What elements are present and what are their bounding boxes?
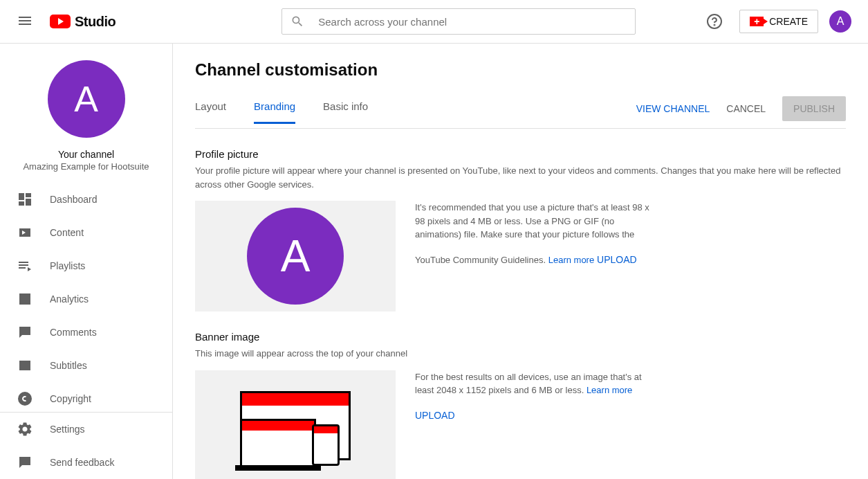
laptop-icon (240, 419, 316, 467)
nav-label: Settings (50, 424, 85, 435)
sidebar-item-comments[interactable]: Comments (0, 316, 172, 349)
upload-banner-button[interactable]: UPLOAD (415, 410, 455, 421)
header-actions: CREATE A (701, 8, 851, 35)
profile-picture-section: Profile picture Your profile picture wil… (195, 148, 846, 311)
channel-avatar[interactable]: A (48, 60, 125, 138)
profile-preview-box: A (195, 201, 396, 311)
comments-icon (17, 324, 33, 341)
phone-icon (312, 424, 340, 466)
dashboard-icon (17, 191, 33, 208)
sidebar-item-subtitles[interactable]: Subtitles (0, 349, 172, 382)
gear-icon (17, 421, 33, 437)
section-desc: Your profile picture will appear where y… (195, 164, 846, 191)
nav-label: Playlists (50, 260, 85, 271)
search-container (281, 8, 636, 35)
publish-button[interactable]: PUBLISH (782, 96, 846, 121)
banner-preview-box (195, 370, 396, 480)
section-title: Profile picture (195, 148, 846, 160)
youtube-icon (50, 15, 71, 28)
create-button[interactable]: CREATE (739, 10, 818, 33)
analytics-icon (17, 291, 33, 307)
search-input[interactable] (318, 16, 627, 28)
feedback-icon (17, 454, 33, 471)
profile-preview-row: A It's recommended that you use a pictur… (195, 201, 846, 311)
nav-label: Subtitles (50, 360, 87, 371)
nav-scroll: Dashboard Content Playlists Analytics Co… (0, 183, 172, 412)
page-actions: VIEW CHANNEL CANCEL PUBLISH (636, 96, 846, 128)
help-icon (706, 13, 723, 30)
banner-info: For the best results on all devices, use… (415, 370, 650, 421)
section-title: Banner image (195, 331, 846, 343)
banner-preview-row: For the best results on all devices, use… (195, 370, 846, 480)
search-box[interactable] (281, 8, 636, 35)
copyright-icon (17, 390, 33, 407)
banner-image-section: Banner image This image will appear acro… (195, 331, 846, 479)
learn-more-link[interactable]: Learn more (587, 385, 632, 395)
page-title: Channel customisation (195, 60, 846, 80)
channel-name: Amazing Example for Hootsuite (11, 161, 161, 172)
tab-branding[interactable]: Branding (254, 100, 295, 124)
profile-preview-avatar: A (247, 208, 344, 305)
playlists-icon (17, 257, 33, 274)
channel-section: A Your channel Amazing Example for Hoots… (0, 44, 172, 183)
banner-devices-illustration (240, 391, 351, 460)
view-channel-link[interactable]: VIEW CHANNEL (636, 103, 710, 114)
nav-label: Dashboard (50, 194, 98, 205)
sidebar-item-settings[interactable]: Settings (0, 413, 172, 446)
channel-label: Your channel (11, 149, 161, 160)
logo-text: Studio (75, 14, 116, 30)
main-layout: A Your channel Amazing Example for Hoots… (0, 44, 868, 479)
nav-label: Content (50, 227, 84, 238)
create-video-icon (750, 17, 764, 26)
sidebar-item-feedback[interactable]: Send feedback (0, 446, 172, 479)
nav-label: Copyright (50, 393, 91, 404)
content-icon (17, 224, 33, 241)
nav-bottom: Settings Send feedback (0, 412, 172, 479)
hamburger-icon (17, 12, 33, 29)
help-button[interactable] (701, 8, 728, 35)
nav-label: Analytics (50, 293, 89, 305)
app-header: Studio CREATE A (0, 0, 868, 44)
tab-layout[interactable]: Layout (195, 100, 226, 124)
svg-point-1 (714, 25, 715, 26)
search-icon (290, 15, 304, 28)
learn-more-link[interactable]: Learn more (548, 255, 594, 265)
studio-logo[interactable]: Studio (50, 14, 116, 30)
section-desc: This image will appear across the top of… (195, 347, 846, 361)
tabs: Layout Branding Basic info (195, 100, 368, 124)
hamburger-menu-button[interactable] (11, 7, 39, 37)
sidebar-item-analytics[interactable]: Analytics (0, 282, 172, 316)
sidebar-item-dashboard[interactable]: Dashboard (0, 183, 172, 216)
sidebar: A Your channel Amazing Example for Hoots… (0, 44, 173, 479)
upload-profile-button[interactable]: UPLOAD (597, 254, 637, 265)
tabs-row: Layout Branding Basic info VIEW CHANNEL … (195, 96, 846, 129)
tab-basic-info[interactable]: Basic info (323, 100, 368, 124)
cancel-button[interactable]: CANCEL (726, 103, 766, 114)
sidebar-item-playlists[interactable]: Playlists (0, 249, 172, 282)
profile-info: It's recommended that you use a picture … (415, 201, 650, 266)
nav-label: Send feedback (50, 457, 114, 468)
create-label: CREATE (769, 16, 808, 27)
content-area: Channel customisation Layout Branding Ba… (173, 44, 868, 479)
account-avatar[interactable]: A (829, 10, 851, 33)
sidebar-item-content[interactable]: Content (0, 216, 172, 249)
subtitles-icon (17, 357, 33, 374)
sidebar-item-copyright[interactable]: Copyright (0, 382, 172, 412)
nav-label: Comments (50, 327, 97, 338)
